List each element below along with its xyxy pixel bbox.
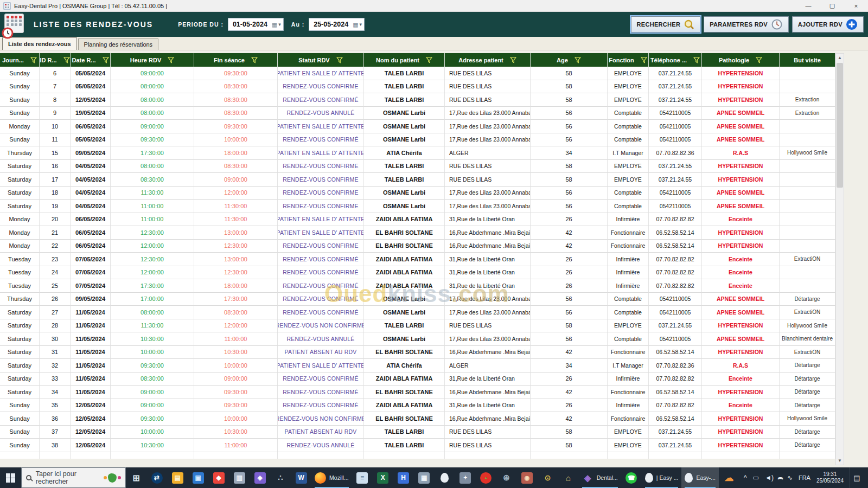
table-row[interactable]: Tuesday2507/05/202417:30:0018:00:00RENDE…: [0, 279, 835, 293]
filter-icon[interactable]: [63, 57, 70, 63]
column-header-name[interactable]: Nom du patient: [364, 53, 445, 67]
start-button[interactable]: [0, 467, 21, 488]
column-header-address[interactable]: Adresse patient: [445, 53, 531, 67]
table-row[interactable]: Sunday605/05/202409:00:0009:30:00PATIENT…: [0, 67, 835, 80]
ajouter-rdv-button[interactable]: AJOUTER RDV: [792, 16, 864, 33]
table-row[interactable]: Saturday2711/05/202408:00:0008:30:00REND…: [0, 306, 835, 319]
repair-tools-taskbar-item[interactable]: +: [455, 467, 476, 488]
table-row[interactable]: Saturday3311/05/202408:30:0009:00:00REND…: [0, 373, 835, 386]
scroll-up-arrow[interactable]: ▲: [836, 54, 844, 62]
usb-icon[interactable]: ∿: [787, 474, 793, 481]
table-row[interactable]: Sunday3812/05/202410:30:0011:00:00RENDEZ…: [0, 439, 835, 452]
filter-icon[interactable]: [168, 57, 174, 63]
bank-taskbar-item[interactable]: ⌂: [558, 467, 579, 488]
table-row[interactable]: Saturday3411/05/202409:00:0009:30:00REND…: [0, 386, 835, 399]
table-row[interactable]: Saturday3111/05/202410:00:0010:30:00PATI…: [0, 346, 835, 359]
table-row[interactable]: Sunday1105/05/202409:30:0010:00:00RENDEZ…: [0, 133, 835, 147]
scroll-down-arrow[interactable]: ▼: [836, 457, 844, 465]
firefox-taskbar-item[interactable]: Mozill...: [311, 467, 352, 488]
printer-taskbar-item[interactable]: ▥: [229, 467, 250, 488]
this-pc-taskbar-item[interactable]: ▣: [188, 467, 208, 488]
table-row[interactable]: Sunday705/05/202408:00:0008:30:00RENDEZ-…: [0, 80, 835, 94]
chevron-down-icon[interactable]: ▾: [360, 22, 362, 27]
file-explorer-taskbar-item[interactable]: ▤: [167, 467, 188, 488]
imaging-tool-taskbar-item[interactable]: ∴: [270, 467, 291, 488]
chevron-down-icon[interactable]: ▾: [278, 22, 281, 27]
tab-liste-rendez-vous[interactable]: Liste des rendez-vous: [2, 37, 77, 50]
close-button[interactable]: ×: [844, 0, 868, 11]
hidden-icons-chevron[interactable]: ^: [744, 474, 747, 481]
task-view-taskbar-item[interactable]: ⊞: [126, 467, 146, 488]
tooth-app-taskbar-item[interactable]: [435, 467, 455, 488]
table-row[interactable]: Saturday1804/05/202411:30:0012:00:00REND…: [0, 187, 835, 200]
table-row[interactable]: Saturday1904/05/202411:00:0011:30:00REND…: [0, 200, 835, 213]
column-header-age[interactable]: Age: [531, 53, 608, 67]
gears-taskbar-item[interactable]: ⊛: [496, 467, 517, 488]
table-row[interactable]: Thursday1509/05/202417:30:0018:00:00PATI…: [0, 146, 835, 160]
restore-button[interactable]: ▢: [820, 0, 844, 11]
table-row[interactable]: Sunday3712/05/202410:00:0010:30:00PATIEN…: [0, 426, 835, 439]
column-header-id[interactable]: ID R...: [40, 53, 71, 67]
filter-icon[interactable]: [510, 57, 516, 63]
table-row[interactable]: Monday2006/05/202411:00:0011:30:00PATIEN…: [0, 213, 835, 227]
photos-taskbar-item[interactable]: ◈: [250, 467, 270, 488]
minimize-button[interactable]: —: [796, 0, 820, 11]
table-row[interactable]: Monday1006/05/202409:00:0009:30:00PATIEN…: [0, 120, 835, 133]
anydesk-taskbar-item[interactable]: ◆: [208, 467, 229, 488]
table-row[interactable]: Thursday2609/05/202417:00:0017:30:00REND…: [0, 293, 835, 306]
column-header-patho[interactable]: Pathologie: [702, 53, 780, 67]
filter-icon[interactable]: [103, 57, 109, 63]
column-header-start[interactable]: Heure RDV: [111, 53, 194, 67]
excel-taskbar-item[interactable]: X: [373, 467, 393, 488]
keys-taskbar-item[interactable]: ⊙: [538, 467, 558, 488]
column-header-day[interactable]: Journ...: [0, 53, 40, 67]
tray-clock[interactable]: 19:31 25/05/2024: [816, 471, 844, 485]
hr-people-taskbar-item[interactable]: ◉: [517, 467, 538, 488]
visual-studio-taskbar-item[interactable]: ◈Dental...: [579, 467, 621, 488]
weather-taskbar-item[interactable]: ☁: [719, 467, 739, 488]
column-header-job[interactable]: Fonction: [608, 53, 649, 67]
table-row[interactable]: Monday2206/05/202412:00:0012:30:00RENDEZ…: [0, 240, 835, 253]
filter-icon[interactable]: [641, 57, 647, 63]
table-row[interactable]: Saturday2811/05/202411:30:0012:00:00REND…: [0, 319, 835, 333]
cash-register-taskbar-item[interactable]: ▦: [414, 467, 435, 488]
language-indicator[interactable]: FRA: [799, 474, 810, 481]
date-from-input[interactable]: 01-05-2024 ▦ ▾: [228, 18, 284, 31]
vertical-scrollbar[interactable]: ▲ ▼: [835, 53, 844, 465]
battery-icon[interactable]: ▭: [753, 474, 759, 481]
filter-icon[interactable]: [336, 57, 343, 63]
whatsapp-taskbar-item[interactable]: ☎: [621, 467, 642, 488]
wifi-icon[interactable]: (((: [777, 477, 783, 479]
filter-icon[interactable]: [30, 57, 37, 63]
parametres-rdv-button[interactable]: PARAMETRES RDV: [704, 16, 789, 33]
filter-icon[interactable]: [426, 57, 432, 63]
table-row[interactable]: Tuesday2407/05/202412:00:0012:30:00RENDE…: [0, 266, 835, 280]
teamviewer-taskbar-item[interactable]: ⇄: [146, 467, 167, 488]
column-header-date[interactable]: Date R...: [71, 53, 111, 67]
column-header-visit[interactable]: But visite: [780, 53, 835, 67]
column-header-end[interactable]: Fin séance: [194, 53, 278, 67]
filter-icon[interactable]: [575, 57, 581, 63]
taskbar-search-input[interactable]: Taper ici pour rechercher: [21, 467, 126, 488]
rechercher-button[interactable]: RECHERCHER: [631, 16, 701, 33]
h-app-taskbar-item[interactable]: H: [393, 467, 414, 488]
word-taskbar-item[interactable]: W: [291, 467, 311, 488]
easy-dental-window-taskbar-item[interactable]: | Easy ...: [642, 467, 682, 488]
filter-icon[interactable]: [251, 57, 258, 63]
tab-planning-reservations[interactable]: Planning des réservations: [78, 38, 159, 50]
table-row[interactable]: Sunday919/05/202408:00:0008:30:00RENDEZ-…: [0, 107, 835, 120]
table-row[interactable]: Saturday3011/05/202410:30:0011:00:00REND…: [0, 332, 835, 346]
easy-dental-active-taskbar-item[interactable]: Easy-...: [681, 467, 719, 488]
table-row[interactable]: Saturday3211/05/202409:30:0010:00:00PATI…: [0, 359, 835, 373]
date-to-input[interactable]: 25-05-2024 ▦ ▾: [309, 18, 365, 31]
table-row[interactable]: Sunday812/05/202408:00:0008:30:00RENDEZ-…: [0, 93, 835, 107]
volume-icon[interactable]: ◄): [765, 474, 774, 481]
strawberry-taskbar-item[interactable]: ▲: [476, 467, 496, 488]
table-row[interactable]: Tuesday2307/05/202412:30:0013:00:00RENDE…: [0, 253, 835, 266]
table-row[interactable]: Monday2106/05/202412:30:0013:00:00PATIEN…: [0, 226, 835, 240]
table-row[interactable]: Sunday3612/05/202409:30:0010:00:00RENDEZ…: [0, 412, 835, 426]
table-row[interactable]: Saturday1604/05/202408:00:0008:30:00REND…: [0, 160, 835, 174]
notification-center-icon[interactable]: ▤: [850, 467, 864, 488]
table-row[interactable]: Sunday3512/05/202409:00:0009:30:00RENDEZ…: [0, 399, 835, 413]
notepad-taskbar-item[interactable]: ≡: [352, 467, 373, 488]
